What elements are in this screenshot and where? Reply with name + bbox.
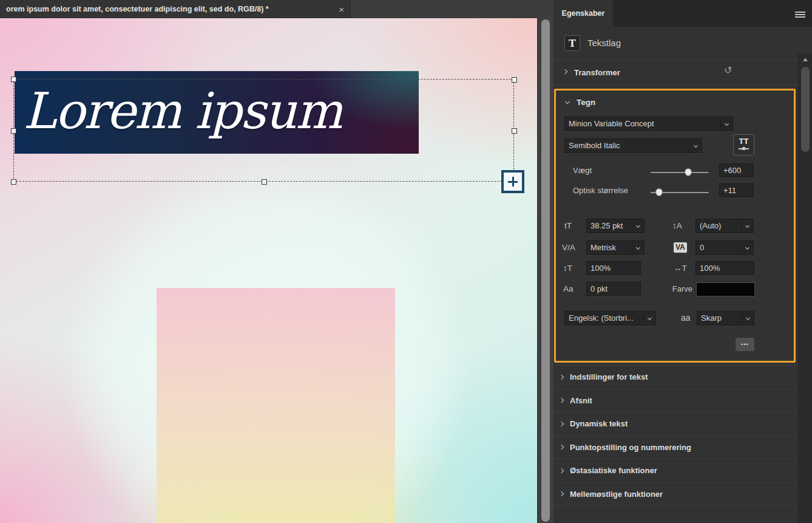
tab-egenskaber[interactable]: Egenskaber bbox=[553, 0, 613, 27]
section-ostasiatiske-funktioner[interactable]: Østasiatiske funktioner bbox=[553, 459, 797, 483]
layer-type-label: Tekstlag bbox=[587, 35, 621, 51]
close-icon[interactable]: × bbox=[339, 5, 344, 14]
chevron-right-icon bbox=[559, 445, 564, 450]
kerning-icon: V/A bbox=[562, 243, 575, 252]
transform-handle-mid-left[interactable] bbox=[11, 128, 16, 134]
kerning-select[interactable]: Metrisk bbox=[586, 241, 645, 255]
chevron-down-icon[interactable] bbox=[742, 312, 754, 325]
gradient-rectangle-layer[interactable] bbox=[157, 288, 395, 523]
section-afsnit[interactable]: Afsnit bbox=[553, 389, 797, 413]
vertical-scale-icon: ↕T bbox=[563, 264, 572, 273]
document-tab-bar: orem ipsum dolor sit amet, consectetuer … bbox=[0, 0, 553, 18]
plus-icon bbox=[512, 177, 514, 186]
font-size-icon: tT bbox=[564, 221, 572, 230]
chevron-right-icon bbox=[559, 398, 564, 403]
font-family-value: Minion Variable Concept bbox=[565, 117, 720, 131]
variable-font-icon: TT bbox=[734, 137, 754, 146]
transform-handle-bottom-right-add-icon[interactable] bbox=[501, 170, 524, 193]
document-canvas[interactable]: Lorem ipsum bbox=[0, 18, 537, 523]
antialias-icon: aa bbox=[681, 313, 691, 323]
kerning-value: Metrisk bbox=[587, 241, 632, 255]
antialias-value: Skarp bbox=[697, 312, 742, 325]
weight-slider[interactable] bbox=[651, 172, 709, 173]
optical-size-label: Optisk størrelse bbox=[573, 186, 628, 195]
leading-icon: ↕A bbox=[672, 221, 682, 230]
transform-handle-bottom-center[interactable] bbox=[262, 179, 267, 185]
font-size-value: 38.25 pkt bbox=[587, 219, 632, 233]
language-select[interactable]: Engelsk: (Storbri... bbox=[564, 311, 656, 326]
font-family-select[interactable]: Minion Variable Concept bbox=[564, 117, 733, 131]
scroll-up-arrow-icon[interactable] bbox=[803, 58, 808, 61]
font-size-select[interactable]: 38.25 pkt bbox=[586, 219, 645, 233]
divider bbox=[553, 84, 797, 85]
chevron-down-icon[interactable] bbox=[689, 139, 702, 152]
section-mellemostlige-funktioner[interactable]: Mellemøstlige funktioner bbox=[553, 483, 797, 507]
canvas-vertical-scrollbar[interactable] bbox=[537, 18, 553, 523]
optical-size-input[interactable]: +11 bbox=[719, 183, 754, 197]
transform-handle-bottom-left[interactable] bbox=[11, 179, 16, 185]
chevron-right-icon bbox=[559, 491, 564, 496]
variable-font-options-button[interactable]: TT bbox=[733, 134, 754, 156]
optical-size-slider[interactable] bbox=[651, 192, 709, 193]
language-value: Engelsk: (Storbri... bbox=[565, 312, 643, 325]
chevron-down-icon[interactable] bbox=[565, 99, 570, 104]
baseline-shift-icon: Aa bbox=[563, 284, 573, 293]
chevron-right-icon bbox=[559, 422, 564, 426]
transform-handle-mid-right[interactable] bbox=[512, 128, 517, 134]
section-transformer[interactable]: Transformer bbox=[574, 68, 620, 77]
more-options-button[interactable]: ••• bbox=[736, 338, 754, 351]
chevron-down-icon[interactable] bbox=[720, 117, 732, 131]
baseline-shift-input[interactable]: 0 pkt bbox=[586, 282, 641, 296]
tracking-value: 0 bbox=[696, 241, 741, 255]
horizontal-scale-icon: ↔T bbox=[674, 264, 687, 273]
transform-bounding-box[interactable] bbox=[13, 79, 514, 182]
optical-size-slider-thumb[interactable] bbox=[655, 188, 663, 196]
text-color-swatch[interactable] bbox=[697, 283, 754, 296]
properties-panel: Egenskaber T Tekstlag Transformer ↺ Tegn… bbox=[553, 0, 812, 523]
photoshop-window: orem ipsum dolor sit amet, consectetuer … bbox=[0, 0, 812, 523]
chevron-down-icon[interactable] bbox=[632, 241, 644, 255]
section-indstillinger-for-tekst[interactable]: Indstillinger for tekst bbox=[553, 366, 797, 389]
divider bbox=[553, 60, 797, 61]
text-layer-type-icon: T bbox=[564, 35, 580, 51]
weight-label: Vægt bbox=[573, 166, 592, 175]
transform-handle-top-right[interactable] bbox=[512, 77, 517, 83]
section-label: Mellemøstlige funktioner bbox=[570, 490, 663, 499]
weight-slider-thumb[interactable] bbox=[685, 168, 692, 176]
slider-icon bbox=[739, 148, 749, 149]
antialias-select[interactable]: Skarp bbox=[697, 311, 754, 326]
color-label: Farve bbox=[651, 284, 692, 293]
panel-scrollbar-thumb[interactable] bbox=[801, 67, 810, 152]
section-label: Østasiatiske funktioner bbox=[570, 466, 657, 475]
chevron-down-icon[interactable] bbox=[741, 219, 753, 233]
horizontal-scale-input[interactable]: 100% bbox=[695, 261, 754, 275]
vertical-scale-input[interactable]: 100% bbox=[586, 261, 641, 275]
leading-select[interactable]: (Auto) bbox=[695, 219, 754, 233]
section-dynamisk-tekst[interactable]: Dynamisk tekst bbox=[553, 412, 797, 436]
leading-value: (Auto) bbox=[696, 219, 741, 233]
document-title: orem ipsum dolor sit amet, consectetuer … bbox=[6, 5, 333, 13]
transform-handle-top-left[interactable] bbox=[11, 77, 16, 82]
chevron-right-icon bbox=[559, 468, 564, 473]
chevron-down-icon[interactable] bbox=[741, 241, 753, 255]
font-style-value: Semibold Italic bbox=[565, 139, 689, 152]
section-label: Indstillinger for tekst bbox=[570, 372, 648, 381]
document-tab[interactable]: orem ipsum dolor sit amet, consectetuer … bbox=[0, 0, 351, 18]
tracking-select[interactable]: 0 bbox=[695, 241, 754, 255]
tracking-icon: VA bbox=[674, 242, 687, 253]
panel-menu-icon[interactable] bbox=[795, 12, 805, 19]
section-label: Dynamisk tekst bbox=[570, 419, 628, 428]
section-tegn[interactable]: Tegn bbox=[577, 98, 595, 107]
chevron-right-icon bbox=[559, 375, 564, 380]
chevron-down-icon[interactable] bbox=[643, 312, 655, 325]
chevron-right-icon[interactable] bbox=[563, 69, 567, 74]
section-punktopstilling[interactable]: Punktopstilling og nummerering bbox=[553, 436, 797, 460]
collapsed-sections: Indstillinger for tekst Afsnit Dynamisk … bbox=[553, 365, 797, 506]
panel-header: Egenskaber bbox=[553, 0, 812, 27]
weight-input[interactable]: +600 bbox=[719, 163, 754, 177]
reset-transform-icon[interactable]: ↺ bbox=[724, 66, 732, 75]
font-style-select[interactable]: Semibold Italic bbox=[564, 138, 702, 153]
chevron-down-icon[interactable] bbox=[632, 219, 644, 233]
canvas-scrollbar-thumb[interactable] bbox=[541, 19, 550, 522]
panel-vertical-scrollbar[interactable] bbox=[798, 53, 812, 523]
